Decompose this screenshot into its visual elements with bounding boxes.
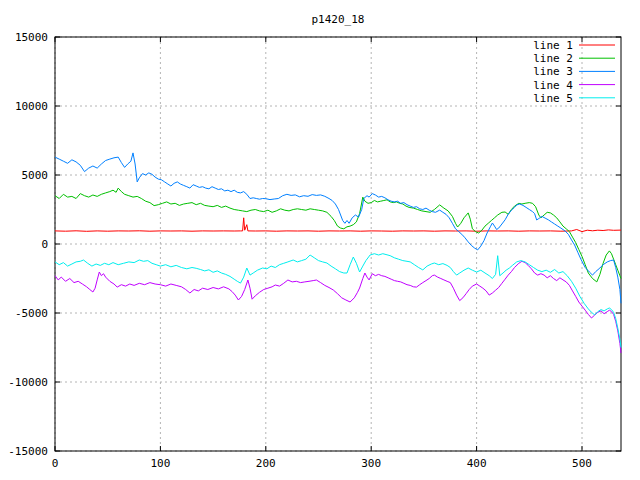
y-tick-label: 0 xyxy=(41,238,48,251)
legend-label-1: line 1 xyxy=(533,39,573,52)
legend-label-4: line 4 xyxy=(533,79,573,92)
legend-label-2: line 2 xyxy=(533,52,573,65)
y-tick-label: -5000 xyxy=(15,307,48,320)
x-tick-label: 200 xyxy=(256,457,276,470)
x-tick-label: 300 xyxy=(361,457,381,470)
y-tick-label: 15000 xyxy=(15,31,48,44)
tick-layer: 0100200300400500-15000-10000-50000500010… xyxy=(8,31,621,470)
series-line-5 xyxy=(55,254,621,348)
series-line-1 xyxy=(55,218,621,232)
x-tick-label: 0 xyxy=(52,457,59,470)
chart: p1420_18 0100200300400500-15000-10000-50… xyxy=(0,0,640,480)
legend-label-5: line 5 xyxy=(533,92,573,105)
legend-label-3: line 3 xyxy=(533,65,573,78)
y-tick-label: 10000 xyxy=(15,100,48,113)
legend: line 1line 2line 3line 4line 5 xyxy=(533,39,615,105)
x-tick-label: 500 xyxy=(572,457,592,470)
series-line-4 xyxy=(55,261,621,353)
y-tick-label: -15000 xyxy=(8,445,48,458)
plot-canvas: p1420_18 0100200300400500-15000-10000-50… xyxy=(0,0,640,480)
chart-title: p1420_18 xyxy=(312,13,365,26)
y-tick-label: 5000 xyxy=(22,169,49,182)
x-tick-label: 100 xyxy=(150,457,170,470)
series-line-2 xyxy=(55,188,621,282)
series-layer xyxy=(55,153,621,353)
y-tick-label: -10000 xyxy=(8,376,48,389)
x-tick-label: 400 xyxy=(467,457,487,470)
